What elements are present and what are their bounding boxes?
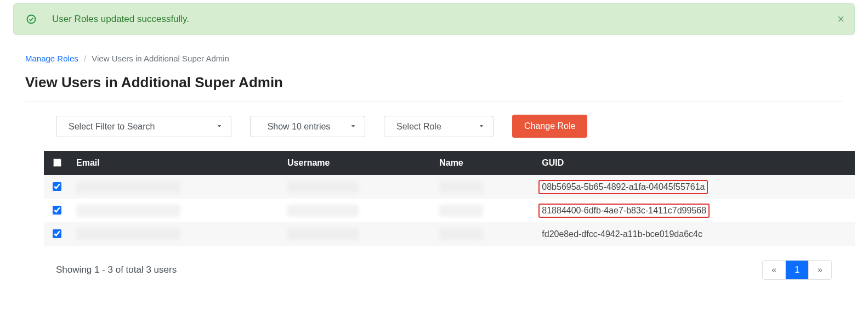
showing-text: Showing 1 - 3 of total 3 users (56, 264, 177, 275)
col-name[interactable]: Name (433, 151, 535, 175)
success-alert: User Roles updated successfully. × (13, 3, 855, 35)
page-title: View Users in Additional Super Admin (25, 74, 843, 91)
guid-value: 08b5695a-5b65-4892-a1fa-04045f55761a (538, 180, 708, 194)
pagination: « 1 » (762, 260, 832, 280)
filter-select[interactable]: Select Filter to Search (56, 116, 231, 137)
breadcrumb-current: View Users in Additional Super Admin (92, 54, 229, 63)
entries-select[interactable]: Show 10 entries (250, 116, 365, 137)
redacted-cell (76, 181, 180, 193)
divider (25, 101, 843, 102)
redacted-cell (287, 205, 359, 217)
row-checkbox[interactable] (53, 229, 61, 238)
redacted-cell (76, 228, 180, 240)
redacted-cell (439, 205, 483, 217)
redacted-cell (439, 181, 483, 193)
select-all-checkbox[interactable] (53, 159, 61, 167)
users-table: Email Username Name GUID 08b5695a-5b65-4… (44, 151, 855, 246)
redacted-cell (439, 228, 483, 240)
page-prev[interactable]: « (763, 261, 786, 279)
row-checkbox[interactable] (53, 206, 61, 215)
alert-message: User Roles updated successfully. (52, 14, 189, 25)
table-row: 08b5695a-5b65-4892-a1fa-04045f55761a (44, 175, 855, 199)
col-email[interactable]: Email (70, 151, 281, 175)
col-username[interactable]: Username (281, 151, 433, 175)
controls-row: Select Filter to Search Show 10 entries … (56, 115, 855, 138)
table-row: 81884400-6dfb-4ae7-b83c-1411c7d99568 (44, 199, 855, 222)
redacted-cell (287, 181, 359, 193)
guid-value: fd20e8ed-dfcc-4942-a11b-bce019da6c4c (542, 229, 702, 239)
breadcrumb: Manage Roles / View Users in Additional … (25, 54, 843, 63)
breadcrumb-parent[interactable]: Manage Roles (25, 54, 78, 63)
change-role-button[interactable]: Change Role (512, 115, 587, 138)
redacted-cell (76, 205, 180, 217)
redacted-cell (287, 228, 359, 240)
role-select[interactable]: Select Role (384, 116, 493, 137)
table-row: fd20e8ed-dfcc-4942-a11b-bce019da6c4c (44, 222, 855, 246)
page-1[interactable]: 1 (786, 261, 809, 279)
close-icon[interactable]: × (837, 13, 844, 25)
page-next[interactable]: » (809, 261, 831, 279)
row-checkbox[interactable] (53, 182, 61, 191)
guid-value: 81884400-6dfb-4ae7-b83c-1411c7d99568 (538, 204, 710, 218)
col-guid[interactable]: GUID (535, 151, 855, 175)
check-circle-icon (26, 14, 37, 25)
breadcrumb-separator: / (84, 54, 86, 63)
